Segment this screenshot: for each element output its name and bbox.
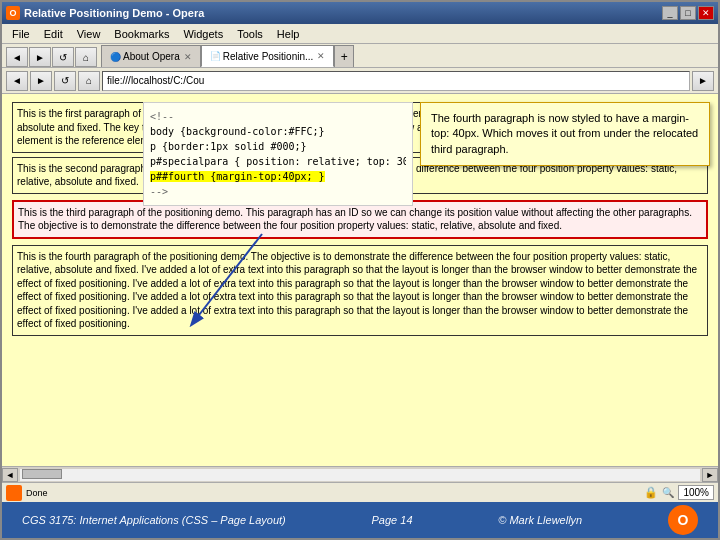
forward-button[interactable]: ► bbox=[29, 47, 51, 67]
tab-close-about[interactable]: ✕ bbox=[184, 52, 192, 62]
back-addr-button[interactable]: ◄ bbox=[6, 71, 28, 91]
third-paragraph: This is the third paragraph of the posit… bbox=[18, 206, 702, 233]
menu-help[interactable]: Help bbox=[271, 27, 306, 41]
zoom-icon: 🔍 bbox=[662, 487, 674, 498]
status-right: 🔒 🔍 100% bbox=[644, 485, 714, 500]
status-left: Done bbox=[6, 485, 48, 501]
course-title: CGS 3175: Internet Applications (CSS – P… bbox=[22, 514, 286, 526]
fourth-paragraph-box: This is the fourth paragraph of the posi… bbox=[12, 245, 708, 336]
bottom-bar: CGS 3175: Internet Applications (CSS – P… bbox=[2, 502, 718, 538]
new-tab-button[interactable]: + bbox=[334, 45, 354, 67]
scroll-track-h bbox=[20, 469, 700, 481]
code-line-4: p##fourth {margin-top:40px; } bbox=[150, 169, 406, 184]
zoom-level[interactable]: 100% bbox=[678, 485, 714, 500]
home-addr-button[interactable]: ⌂ bbox=[78, 71, 100, 91]
menu-edit[interactable]: Edit bbox=[38, 27, 69, 41]
status-icon bbox=[6, 485, 22, 501]
scroll-left-button[interactable]: ◄ bbox=[2, 468, 18, 482]
menu-file[interactable]: File bbox=[6, 27, 36, 41]
close-button[interactable]: ✕ bbox=[698, 6, 714, 20]
maximize-button[interactable]: □ bbox=[680, 6, 696, 20]
tab-bar: ◄ ► ↺ ⌂ 🔵 About Opera ✕ 📄 Relative Posit… bbox=[2, 44, 718, 68]
code-line-3: p#specialpara { position: relative; top:… bbox=[150, 154, 406, 169]
title-bar-left: O Relative Positioning Demo - Opera bbox=[6, 6, 204, 20]
code-comment-open: <!-- bbox=[150, 109, 406, 124]
tab-relative-positioning[interactable]: 📄 Relative Positionin... ✕ bbox=[201, 45, 335, 67]
browser-window: O Relative Positioning Demo - Opera _ □ … bbox=[0, 0, 720, 540]
code-line-2: p {border:1px solid #000;} bbox=[150, 139, 406, 154]
forward-addr-button[interactable]: ► bbox=[30, 71, 52, 91]
horizontal-scrollbar[interactable]: ◄ ► bbox=[2, 466, 718, 482]
scroll-right-button[interactable]: ► bbox=[702, 468, 718, 482]
code-line-1: body {background-color:#FFC;} bbox=[150, 124, 406, 139]
tab-close-relative[interactable]: ✕ bbox=[317, 51, 325, 61]
tooltip-text: The fourth paragraph is now styled to ha… bbox=[431, 112, 698, 155]
address-bar: ◄ ► ↺ ⌂ ► bbox=[2, 68, 718, 94]
menu-widgets[interactable]: Widgets bbox=[177, 27, 229, 41]
address-input[interactable] bbox=[102, 71, 690, 91]
page-number: Page 14 bbox=[372, 514, 413, 526]
scroll-thumb-h[interactable] bbox=[22, 469, 62, 479]
tabs-container: 🔵 About Opera ✕ 📄 Relative Positionin...… bbox=[101, 45, 354, 67]
nav-buttons: ◄ ► ↺ ⌂ bbox=[6, 47, 97, 67]
menu-bar: File Edit View Bookmarks Widgets Tools H… bbox=[2, 24, 718, 44]
code-box: <!-- body {background-color:#FFC;} p {bo… bbox=[143, 102, 413, 206]
menu-bookmarks[interactable]: Bookmarks bbox=[108, 27, 175, 41]
window-title: Relative Positioning Demo - Opera bbox=[24, 7, 204, 19]
status-bar: Done 🔒 🔍 100% bbox=[2, 482, 718, 502]
back-button[interactable]: ◄ bbox=[6, 47, 28, 67]
opera-icon: O bbox=[6, 6, 20, 20]
page-body: The fourth paragraph is now styled to ha… bbox=[2, 94, 718, 466]
security-icon: 🔒 bbox=[644, 486, 658, 499]
menu-view[interactable]: View bbox=[71, 27, 107, 41]
window-controls: _ □ ✕ bbox=[662, 6, 714, 20]
minimize-button[interactable]: _ bbox=[662, 6, 678, 20]
go-button[interactable]: ► bbox=[692, 71, 714, 91]
home-button[interactable]: ⌂ bbox=[75, 47, 97, 67]
status-text: Done bbox=[26, 488, 48, 498]
menu-tools[interactable]: Tools bbox=[231, 27, 269, 41]
reload-button[interactable]: ↺ bbox=[52, 47, 74, 67]
fourth-paragraph: This is the fourth paragraph of the posi… bbox=[17, 250, 703, 331]
tooltip-box: The fourth paragraph is now styled to ha… bbox=[420, 102, 710, 166]
tab-about-opera[interactable]: 🔵 About Opera ✕ bbox=[101, 45, 201, 67]
opera-logo: O bbox=[668, 505, 698, 535]
title-bar: O Relative Positioning Demo - Opera _ □ … bbox=[2, 2, 718, 24]
copyright: © Mark Llewellyn bbox=[498, 514, 582, 526]
reload-addr-button[interactable]: ↺ bbox=[54, 71, 76, 91]
code-comment-close: --> bbox=[150, 184, 406, 199]
browser-content: The fourth paragraph is now styled to ha… bbox=[2, 94, 718, 502]
